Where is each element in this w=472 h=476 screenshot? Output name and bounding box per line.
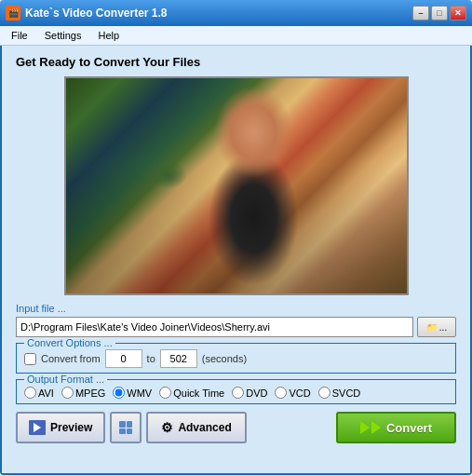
grid-cell-1 <box>119 421 126 428</box>
convert-from-checkbox[interactable] <box>24 353 36 365</box>
format-svcd[interactable]: SVCD <box>318 387 361 399</box>
browse-button[interactable]: 📁 ... <box>417 317 456 337</box>
output-format-box: Output Format ... AVI MPEG WMV Quick Tim… <box>16 379 456 404</box>
title-bar-buttons: – □ ✕ <box>412 6 466 20</box>
format-svcd-label: SVCD <box>332 388 361 399</box>
play-arrow-2 <box>371 421 381 434</box>
title-bar-left: 🎬 Kate`s Video Converter 1.8 <box>6 6 168 20</box>
bottom-buttons: Preview ⚙ Advanced Convert <box>16 412 456 443</box>
advanced-button[interactable]: ⚙ Advanced <box>146 412 246 443</box>
main-content: Get Ready to Convert Your Files Input fi… <box>2 46 470 473</box>
menu-bar: File Settings Help <box>0 26 472 46</box>
format-svcd-radio[interactable] <box>318 387 330 399</box>
format-wmv[interactable]: WMV <box>113 387 152 399</box>
convert-button[interactable]: Convert <box>336 412 456 443</box>
preview-play-icon <box>34 423 41 432</box>
input-file-section: Input file ... 📁 ... <box>16 303 456 337</box>
format-quicktime-label: Quick Time <box>173 388 224 399</box>
format-wmv-radio[interactable] <box>113 387 125 399</box>
preview-button-label: Preview <box>50 421 92 434</box>
file-path-input[interactable] <box>16 317 413 337</box>
input-file-label: Input file ... <box>16 303 456 314</box>
advanced-button-label: Advanced <box>178 421 231 434</box>
file-input-row: 📁 ... <box>16 317 456 337</box>
video-image <box>66 78 407 293</box>
minimize-button[interactable]: – <box>412 6 429 20</box>
format-dvd[interactable]: DVD <box>232 387 267 399</box>
format-mpeg[interactable]: MPEG <box>61 387 105 399</box>
maximize-button[interactable]: □ <box>431 6 448 20</box>
convert-options-legend: Convert Options ... <box>24 337 115 348</box>
seconds-label: (seconds) <box>202 353 247 364</box>
format-mpeg-label: MPEG <box>75 388 105 399</box>
folder-icon: 📁 <box>426 322 438 333</box>
gear-icon: ⚙ <box>161 420 173 435</box>
close-button[interactable]: ✕ <box>450 6 466 20</box>
grid-cell-2 <box>127 421 133 428</box>
convert-play-icon <box>360 421 381 434</box>
format-avi[interactable]: AVI <box>24 387 54 399</box>
convert-from-label: Convert from <box>41 353 101 364</box>
format-dvd-radio[interactable] <box>232 387 244 399</box>
menu-file[interactable]: File <box>4 28 35 43</box>
video-overlay <box>66 78 407 293</box>
format-vcd-label: VCD <box>289 388 310 399</box>
menu-help[interactable]: Help <box>90 28 127 43</box>
convert-to-value[interactable] <box>160 349 197 368</box>
preview-button[interactable]: Preview <box>16 412 105 443</box>
preview-film-icon <box>29 420 46 435</box>
format-quicktime[interactable]: Quick Time <box>159 387 224 399</box>
convert-from-row: Convert from to (seconds) <box>24 347 448 368</box>
video-preview <box>64 76 409 295</box>
grid-cell-3 <box>119 428 126 435</box>
format-avi-radio[interactable] <box>24 387 36 399</box>
grid-cell-4 <box>127 428 133 435</box>
title-bar: 🎬 Kate`s Video Converter 1.8 – □ ✕ <box>0 0 472 26</box>
format-mpeg-radio[interactable] <box>61 387 74 399</box>
play-arrow-1 <box>360 421 370 434</box>
convert-to-label: to <box>147 353 155 364</box>
format-quicktime-radio[interactable] <box>159 387 171 399</box>
format-vcd-radio[interactable] <box>275 387 287 399</box>
page-title: Get Ready to Convert Your Files <box>16 55 456 69</box>
convert-options-box: Convert Options ... Convert from to (sec… <box>16 343 456 374</box>
format-avi-label: AVI <box>38 388 54 399</box>
convert-from-value[interactable] <box>105 349 142 368</box>
format-dvd-label: DVD <box>246 388 267 399</box>
menu-settings[interactable]: Settings <box>37 28 89 43</box>
grid-icon <box>119 421 132 434</box>
app-icon-letter: 🎬 <box>8 8 19 18</box>
convert-button-label: Convert <box>386 421 432 435</box>
format-wmv-label: WMV <box>127 388 152 399</box>
window-title: Kate`s Video Converter 1.8 <box>25 7 168 20</box>
grid-button[interactable] <box>110 412 142 443</box>
format-radio-row: AVI MPEG WMV Quick Time DVD VCD <box>24 384 448 399</box>
output-format-legend: Output Format ... <box>24 374 107 385</box>
left-buttons: Preview ⚙ Advanced <box>16 412 247 443</box>
format-vcd[interactable]: VCD <box>275 387 310 399</box>
app-icon: 🎬 <box>6 6 20 20</box>
browse-dots: ... <box>439 322 447 333</box>
